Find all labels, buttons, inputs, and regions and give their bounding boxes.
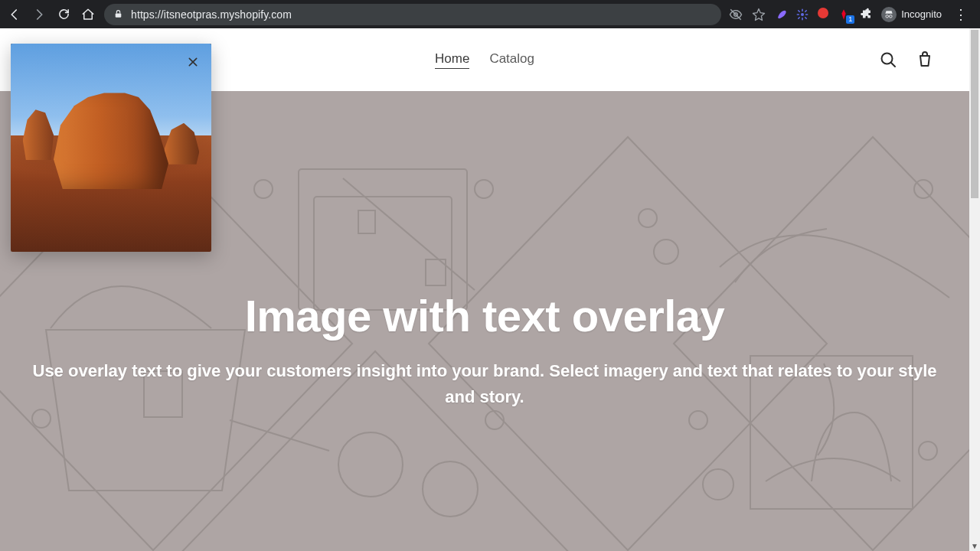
reload-button[interactable] [55,6,72,23]
browser-menu-button[interactable]: ⋮ [951,6,971,23]
bookmark-star-icon[interactable] [752,8,766,21]
gear-extension-icon[interactable] [796,8,808,21]
svg-point-3 [801,13,804,16]
image-popup [11,44,211,252]
svg-line-8 [891,63,895,67]
pinterest-extension-icon[interactable]: 1 [838,8,850,21]
back-button[interactable] [6,6,23,23]
svg-point-5 [890,15,893,17]
svg-point-4 [886,15,889,17]
incognito-icon [881,7,897,22]
popup-close-button[interactable] [184,53,202,71]
nav-home[interactable]: Home [435,51,469,69]
svg-point-27 [703,469,733,500]
svg-point-22 [654,240,678,264]
incognito-label: Incognito [901,8,942,20]
svg-point-21 [639,209,657,227]
forward-button[interactable] [31,6,47,23]
incognito-indicator[interactable]: Incognito [881,7,942,22]
svg-rect-0 [116,13,122,17]
feather-extension-icon[interactable] [775,8,787,21]
lock-icon [113,9,123,19]
vertical-scrollbar[interactable]: ▼ [969,28,980,551]
cart-icon[interactable] [916,51,934,69]
svg-point-20 [475,180,493,198]
hero-subtitle: Use overlay text to give your customers … [31,358,939,410]
scrollbar-down-arrow[interactable]: ▼ [969,540,980,551]
svg-point-16 [338,432,403,497]
address-bar[interactable]: https://itsneotpras.myshopify.com [104,4,721,25]
svg-point-28 [919,442,937,460]
browser-toolbar: https://itsneotpras.myshopify.com 1 Inco… [0,0,980,28]
hero-title: Image with text overlay [31,290,939,341]
popup-image [11,44,211,252]
home-button[interactable] [80,6,96,23]
eye-off-icon[interactable] [729,8,743,21]
svg-point-17 [423,461,478,517]
svg-point-19 [254,180,273,198]
scrollbar-thumb[interactable] [971,30,978,198]
svg-point-24 [32,409,51,428]
svg-rect-12 [358,210,375,233]
url-text: https://itsneotpras.myshopify.com [131,8,292,21]
svg-line-18 [230,420,329,451]
red-circle-extension-icon[interactable] [818,8,828,21]
search-icon[interactable] [879,51,897,69]
pinterest-badge: 1 [846,15,854,24]
page-viewport: Home Catalog [0,28,980,551]
main-nav: Home Catalog [435,51,534,69]
svg-point-25 [485,411,504,429]
svg-rect-9 [299,169,467,310]
svg-point-26 [689,411,707,429]
nav-catalog[interactable]: Catalog [489,51,534,69]
extensions-puzzle-icon[interactable] [859,8,872,21]
extension-icons: 1 Incognito ⋮ [729,6,974,23]
